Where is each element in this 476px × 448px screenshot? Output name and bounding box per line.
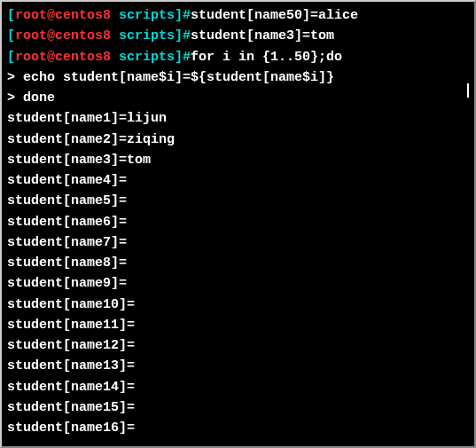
command-line-2: [root@centos8 scripts]#for i in {1..50};… (7, 47, 469, 67)
output-line-2: student[name3]=tom (7, 150, 469, 170)
output-line-13: student[name14]= (7, 377, 469, 397)
output-line-10: student[name11]= (7, 315, 469, 335)
output-line-1: student[name2]=ziqing (7, 130, 469, 150)
output-line-8: student[name9]= (7, 273, 469, 294)
output-line-5: student[name6]= (7, 212, 469, 232)
output-line-3: student[name4]= (7, 170, 469, 191)
command-line-0: [root@centos8 scripts]#student[name50]=a… (7, 5, 469, 26)
output-line-6: student[name7]= (7, 232, 469, 253)
command-text: for i in {1..50};do (191, 50, 342, 65)
output-line-14: student[name15]= (7, 397, 469, 418)
output-line-7: student[name8]= (7, 253, 469, 273)
output-line-15: student[name16]= (7, 418, 469, 438)
command-text: student[name3]=tom (191, 28, 334, 43)
text-cursor (467, 83, 469, 98)
output-line-12: student[name13]= (7, 356, 469, 376)
continuation-line-0: > echo student[name$i]=${student[name$i]… (7, 67, 469, 88)
output-line-4: student[name5]= (7, 191, 469, 211)
output-line-9: student[name10]= (7, 295, 469, 315)
output-line-0: student[name1]=lijun (7, 108, 469, 129)
terminal-output: [root@centos8 scripts]#student[name50]=a… (7, 5, 469, 438)
command-text: student[name50]=alice (191, 8, 358, 23)
output-line-11: student[name12]= (7, 335, 469, 356)
continuation-line-1: > done (7, 88, 469, 108)
command-line-1: [root@centos8 scripts]#student[name3]=to… (7, 26, 469, 46)
